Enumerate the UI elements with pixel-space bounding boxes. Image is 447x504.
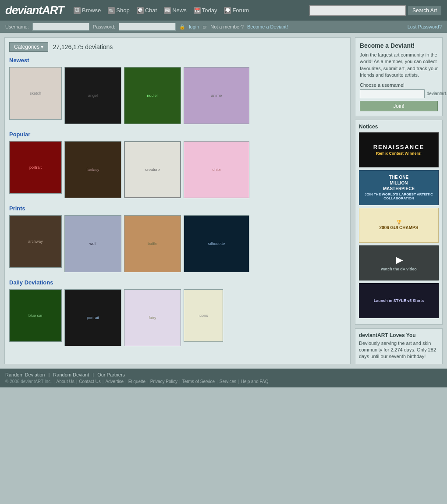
login-bar: Username: Password: 🔒 login or Not a mem… bbox=[0, 21, 447, 33]
footer-services[interactable]: Services bbox=[220, 379, 236, 384]
thumb-prints-3[interactable]: silhouette bbox=[184, 215, 249, 272]
password-input[interactable] bbox=[119, 23, 176, 31]
become-deviant-panel: Become a Deviant! Join the largest art c… bbox=[355, 37, 443, 116]
lost-password-link[interactable]: Lost Password? bbox=[408, 24, 442, 29]
username-input[interactable] bbox=[32, 23, 89, 31]
thumb-daily-2[interactable]: fairy bbox=[124, 289, 181, 346]
logo-text: deviantART bbox=[5, 4, 64, 17]
new-username-input[interactable] bbox=[360, 89, 425, 98]
daily-grid: blue car portrait fairy icons bbox=[9, 289, 346, 346]
notice-2006champs[interactable]: 🏆 2006 GUI CHAMPS bbox=[359, 208, 439, 243]
footer-random-deviant[interactable]: Random Deviant bbox=[53, 372, 89, 377]
daily-section-title[interactable]: Daily Deviations bbox=[9, 279, 346, 286]
thumb-daily-1[interactable]: portrait bbox=[64, 289, 121, 346]
password-label: Password: bbox=[93, 24, 115, 29]
forum-icon: 💭 bbox=[224, 7, 231, 14]
notice-renaissance-label: Remix Contest Winners! bbox=[376, 151, 422, 156]
deviations-count: 27,126,175 deviations bbox=[53, 43, 113, 50]
footer-about-us[interactable]: About Us bbox=[57, 379, 74, 384]
notice-video-label: watch the dA video bbox=[381, 267, 417, 271]
notice-renaissance[interactable]: RENAISSANCE Remix Contest Winners! bbox=[359, 132, 439, 167]
thumb-newest-2[interactable]: riddler bbox=[124, 67, 181, 124]
thumb-prints-1[interactable]: wolf bbox=[64, 215, 121, 272]
today-icon: 📅 bbox=[194, 7, 201, 14]
footer-links: Random Deviation | Random Deviant | Our … bbox=[5, 372, 442, 377]
footer-advertise[interactable]: Advertise bbox=[105, 379, 124, 384]
nav-today[interactable]: 📅 Today bbox=[191, 6, 220, 15]
search-area: Search Art bbox=[309, 5, 442, 16]
footer-contact-us[interactable]: Contact Us bbox=[79, 379, 100, 384]
footer-copyright: © 2006 deviantART Inc. bbox=[5, 379, 52, 384]
footer-random-deviation[interactable]: Random Deviation bbox=[5, 372, 45, 377]
thumb-daily-0[interactable]: blue car bbox=[9, 289, 62, 342]
footer-etiquette[interactable]: Etiquette bbox=[128, 379, 145, 384]
thumb-popular-3[interactable]: chibi bbox=[184, 141, 249, 198]
thumb-popular-2[interactable]: creature bbox=[124, 141, 181, 198]
newest-section-title[interactable]: Newest bbox=[9, 57, 346, 64]
notices-panel: Notices RENAISSANCE Remix Contest Winner… bbox=[355, 120, 443, 325]
nav-browse[interactable]: 🖼 Browse bbox=[71, 6, 103, 15]
thumb-prints-2[interactable]: battle bbox=[124, 215, 181, 272]
search-button[interactable]: Search Art bbox=[408, 5, 442, 16]
become-deviant-text: Join the largest art community in the wo… bbox=[360, 52, 438, 79]
loves-you-title: deviantART Loves You bbox=[359, 332, 439, 338]
join-button[interactable]: Join! bbox=[360, 101, 438, 111]
play-icon: ▶ bbox=[396, 255, 402, 265]
prints-grid: archway wolf battle silhouette bbox=[9, 215, 346, 272]
main-wrapper: Categories ▾ 27,126,175 deviations Newes… bbox=[0, 33, 447, 369]
login-link[interactable]: login bbox=[189, 24, 199, 29]
notice-v5shirts[interactable]: Launch in STYLE v5 Shirts bbox=[359, 283, 439, 318]
popular-grid: portrait fantasy creature chibi bbox=[9, 141, 346, 198]
thumb-popular-1[interactable]: fantasy bbox=[64, 141, 121, 198]
nav-bar: 🖼 Browse 🛍 Shop 💬 Chat 📰 News 📅 Today 💭 … bbox=[71, 6, 302, 15]
content-area: Categories ▾ 27,126,175 deviations Newes… bbox=[4, 37, 351, 364]
become-deviant-link[interactable]: Become a Deviant! bbox=[247, 24, 288, 29]
thumb-newest-1[interactable]: angel bbox=[64, 67, 121, 124]
newest-grid: sketch angel riddler anime bbox=[9, 67, 346, 124]
categories-bar: Categories ▾ 27,126,175 deviations bbox=[9, 42, 346, 52]
search-input[interactable] bbox=[309, 5, 406, 16]
notice-v5-label: Launch in STYLE v5 Shirts bbox=[374, 298, 424, 303]
footer-privacy-policy[interactable]: Privacy Policy bbox=[150, 379, 177, 384]
categories-button[interactable]: Categories ▾ bbox=[9, 42, 48, 52]
nav-forum[interactable]: 💭 Forum bbox=[221, 6, 252, 15]
footer-terms-of-service[interactable]: Terms of Service bbox=[182, 379, 215, 384]
footer-help-faq[interactable]: Help and FAQ bbox=[241, 379, 269, 384]
sidebar: Become a Deviant! Join the largest art c… bbox=[355, 37, 443, 364]
logo: deviantART bbox=[5, 4, 64, 17]
choose-username-label: Choose a username! bbox=[360, 82, 438, 88]
notice-million[interactable]: THE ONEMILLIONMASTERPIECE JOIN THE WORLD… bbox=[359, 170, 439, 205]
thumb-newest-0[interactable]: sketch bbox=[9, 67, 62, 120]
nav-news[interactable]: 📰 News bbox=[161, 6, 189, 15]
popular-section-title[interactable]: Popular bbox=[9, 131, 346, 138]
thumb-daily-3[interactable]: icons bbox=[184, 289, 223, 342]
header: deviantART 🖼 Browse 🛍 Shop 💬 Chat 📰 News… bbox=[0, 0, 447, 21]
username-form: .deviantart.com bbox=[360, 89, 438, 98]
username-label: Username: bbox=[5, 24, 29, 29]
footer-our-partners[interactable]: Our Partners bbox=[97, 372, 125, 377]
notice-2006-label: 2006 GUI CHAMPS bbox=[380, 225, 419, 230]
footer: Random Deviation | Random Deviant | Our … bbox=[0, 369, 447, 387]
news-icon: 📰 bbox=[164, 7, 171, 14]
thumb-prints-0[interactable]: archway bbox=[9, 215, 62, 268]
deviantart-suffix: .deviantart.com bbox=[426, 91, 447, 96]
nav-chat[interactable]: 💬 Chat bbox=[134, 6, 160, 15]
thumb-popular-0[interactable]: portrait bbox=[9, 141, 62, 194]
shop-icon: 🛍 bbox=[108, 7, 115, 14]
browse-icon: 🖼 bbox=[74, 7, 81, 14]
notice-video[interactable]: ▶ watch the dA video bbox=[359, 245, 439, 280]
prints-section-title[interactable]: Prints bbox=[9, 205, 346, 212]
notices-title: Notices bbox=[359, 124, 439, 130]
become-deviant-title: Become a Deviant! bbox=[360, 42, 438, 49]
footer-legal: © 2006 deviantART Inc. | About Us | Cont… bbox=[5, 379, 442, 384]
notice-million-label: JOIN THE WORLD'S LARGEST ARTISTIC COLLAB… bbox=[359, 192, 438, 200]
loves-you-text: Deviously serving the art and skin commu… bbox=[359, 340, 439, 360]
loves-you-panel: deviantART Loves You Deviously serving t… bbox=[355, 328, 443, 364]
nav-shop[interactable]: 🛍 Shop bbox=[105, 6, 132, 15]
chat-icon: 💬 bbox=[137, 7, 144, 14]
thumb-newest-3[interactable]: anime bbox=[184, 67, 249, 124]
